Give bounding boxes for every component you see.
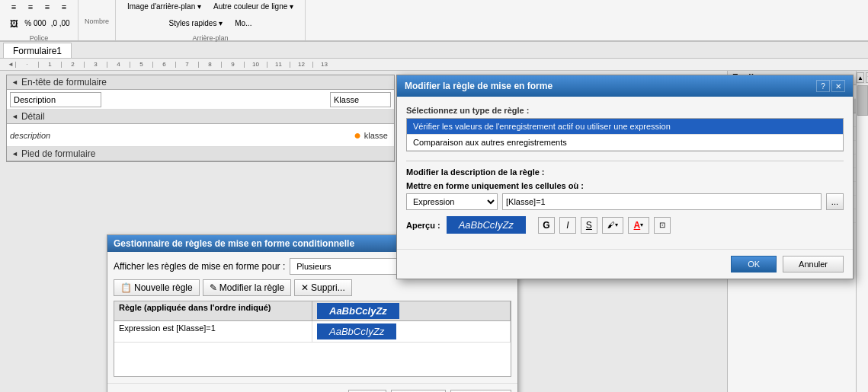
scroll-track — [857, 84, 868, 392]
ruler-mark-6: 6 — [152, 62, 175, 68]
underline-btn[interactable]: S — [581, 217, 597, 234]
dialog-close-btn[interactable]: ✕ — [831, 80, 845, 92]
dialog-body: Sélectionnez un type de règle : Vérifier… — [397, 97, 853, 249]
arriere-row1: Image d'arrière-plan ▾ Autre couleur de … — [122, 0, 299, 14]
form-designer: ◄ En-tête de formulaire ◄ Détail descrip… — [6, 75, 395, 162]
format-expression-row: Expression ... — [406, 193, 844, 210]
ruler-mark-3: 3 — [84, 62, 107, 68]
form-section-footer: ◄ Pied de formulaire — [7, 147, 394, 161]
ruler-mark-11: 11 — [267, 62, 290, 68]
font-color-label: A — [634, 220, 641, 231]
select-type-label: Sélectionnez un type de règle : — [406, 106, 844, 115]
dialog-title-buttons: ? ✕ — [816, 80, 845, 92]
preview-col-header: AaBbCcIyZz — [312, 301, 511, 320]
format-cells-group: Mettre en forme uniquement les cellules … — [406, 181, 844, 210]
dialog-cancel-btn[interactable]: Annuler — [783, 256, 844, 272]
ruler-mark-5: 5 — [130, 62, 152, 68]
decimal-label: ,0 ,00 — [50, 19, 72, 27]
format-panel-title-text: Gestionnaire de règles de mise en forme … — [114, 238, 354, 249]
ruler-mark-10: 10 — [244, 62, 267, 68]
preview-cell-1: AaBbCcIyZz — [312, 321, 511, 342]
dialog-ok-btn[interactable]: OK — [731, 256, 777, 272]
align-center-btn[interactable]: ≡ — [23, 0, 38, 14]
format-rules-toolbar: 📋 Nouvelle règle ✎ Modifier la règle ✕ S… — [114, 279, 511, 296]
ruler-marks: · 1 2 3 4 5 6 7 8 9 10 11 12 13 — [15, 62, 335, 68]
arriere-row2: Styles rapides ▾ Mo... — [164, 16, 258, 31]
police-icons2: 🖼 % 000 ,0 ,00 — [6, 16, 71, 31]
toolbar-group-nombre: Nombre — [78, 0, 116, 40]
ruler-mark-12: 12 — [290, 62, 312, 68]
klasse-header-input[interactable] — [330, 92, 391, 107]
arriere-section-label: Arrière-plan — [193, 34, 229, 42]
ruler: ◄ · 1 2 3 4 5 6 7 8 9 10 11 12 13 — [0, 59, 868, 71]
scroll-up-btn[interactable]: ▲ — [857, 72, 864, 83]
header-arrow: ◄ — [11, 78, 18, 86]
preview-sample-header: AaBbCcIyZz — [317, 303, 399, 319]
image-arriere-btn[interactable]: Image d'arrière-plan ▾ — [122, 0, 207, 14]
description-header-input[interactable] — [10, 92, 101, 107]
preview-sample: AaBbCcIyZz — [447, 216, 526, 234]
font-color-dropdown: ▾ — [640, 221, 643, 228]
orange-marker: ● — [354, 129, 361, 142]
align-right-btn[interactable]: ≡ — [40, 0, 55, 14]
expression-select[interactable]: Expression — [406, 193, 498, 210]
modify-rule-dialog: Modifier la règle de mise en forme ? ✕ S… — [396, 75, 854, 279]
bold-btn[interactable]: G — [538, 217, 555, 234]
more-format-icon: ⊡ — [659, 221, 665, 229]
format-cells-label: Mettre en forme uniquement les cellules … — [406, 181, 844, 190]
scroll-btn-row: ▲ ▼ — [857, 72, 868, 83]
form-section-detail: ◄ Détail — [7, 110, 394, 124]
police-section-label: Police — [30, 34, 49, 42]
detail-arrow: ◄ — [11, 113, 18, 120]
rules-table: Règle (appliquée dans l'ordre indiqué) A… — [114, 301, 511, 377]
ruler-mark-2: 2 — [61, 62, 84, 68]
tab-formulaire1[interactable]: Formulaire1 — [3, 43, 72, 58]
ruler-mark-7: 7 — [175, 62, 198, 68]
font-color-btn[interactable]: A ▾ — [628, 217, 649, 234]
police-icons: ≡ ≡ ≡ ≡ — [6, 0, 72, 14]
ruler-left-arrow: ◄ — [8, 61, 14, 68]
align-justify-btn[interactable]: ≡ — [56, 0, 72, 14]
preview-sample-row: AaBbCcIyZz — [317, 323, 396, 339]
italic-btn[interactable]: I — [559, 217, 576, 234]
delete-rule-label: Suppri... — [311, 282, 345, 293]
new-rule-icon: 📋 — [120, 282, 132, 293]
rule-type-item-1[interactable]: Comparaison aux autres enregistrements — [407, 135, 843, 151]
autre-couleur-btn[interactable]: Autre couleur de ligne ▾ — [208, 0, 299, 14]
dialog-help-btn[interactable]: ? — [816, 80, 830, 92]
form-section-header: ◄ En-tête de formulaire — [7, 75, 394, 90]
ruler-mark-9: 9 — [221, 62, 244, 68]
form-header-label: En-tête de formulaire — [21, 77, 107, 88]
preview-row: Aperçu : AaBbCcIyZz G I S 🖌 ▾ A ▾ — [406, 216, 844, 234]
footer-arrow: ◄ — [11, 150, 18, 158]
mod-btn[interactable]: Mo... — [229, 16, 257, 31]
rule-col-header: Règle (appliquée dans l'ordre indiqué) — [114, 301, 312, 320]
more-format-btn[interactable]: ⊡ — [654, 217, 671, 234]
bg-color-icon: 🖌 — [607, 221, 615, 229]
dialog-footer: OK Annuler — [397, 249, 853, 279]
new-rule-label: Nouvelle règle — [134, 282, 193, 293]
ruler-mark-8: 8 — [198, 62, 221, 68]
nombre-section-label: Nombre — [85, 18, 109, 25]
afficher-label: Afficher les règles de mise en forme pou… — [114, 261, 285, 272]
expression-input[interactable] — [502, 193, 822, 210]
form-footer-label: Pied de formulaire — [21, 148, 95, 159]
new-rule-btn[interactable]: 📋 Nouvelle règle — [114, 279, 200, 296]
dialog-title-bar: Modifier la règle de mise en forme ? ✕ — [397, 75, 853, 97]
image-btn[interactable]: 🖼 — [6, 16, 21, 31]
rule-type-item-0[interactable]: Vérifier les valeurs de l'enregistrement… — [407, 119, 843, 135]
edit-rule-btn[interactable]: ✎ Modifier la règle — [203, 279, 291, 296]
main-toolbar: ≡ ≡ ≡ ≡ 🖼 % 000 ,0 ,00 Police Nombre Ima… — [0, 0, 868, 42]
bg-color-btn[interactable]: 🖌 ▾ — [602, 217, 623, 234]
align-left-btn[interactable]: ≡ — [6, 0, 21, 14]
tab-label: Formulaire1 — [13, 46, 62, 56]
expression-more-btn[interactable]: ... — [826, 193, 844, 210]
description-lower-label: description — [10, 131, 50, 140]
rule-type-list: Vérifier les valeurs de l'enregistrement… — [406, 118, 844, 151]
scroll-thumb — [857, 85, 868, 116]
percent-label: % 000 — [23, 19, 47, 27]
delete-rule-btn[interactable]: ✕ Suppri... — [294, 279, 352, 296]
styles-rapides-btn[interactable]: Styles rapides ▾ — [164, 16, 229, 31]
preview-label: Aperçu : — [406, 221, 440, 230]
rule-row-1[interactable]: Expression est [Klasse]=1 AaBbCcIyZz — [114, 321, 511, 343]
